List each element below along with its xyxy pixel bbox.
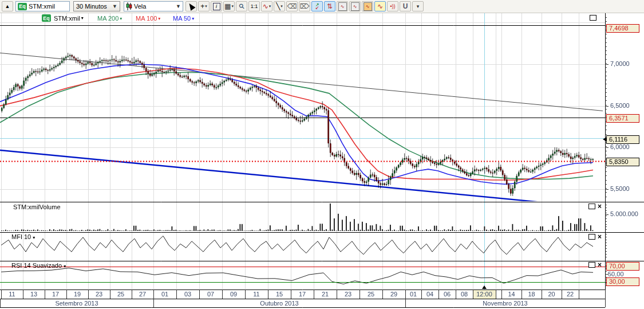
pointer-tool[interactable]: [185, 1, 197, 11]
alerts-tool[interactable]: •)): [387, 1, 398, 11]
legend-symbol[interactable]: Eq STM:xmil ▾: [42, 14, 84, 22]
mfi-label-text: MFI 10: [11, 233, 31, 240]
eraser-icon: ⌫: [287, 2, 297, 10]
time-axis-cell: 09: [222, 290, 245, 299]
price-tick-label: 6,0000: [610, 143, 630, 150]
legend-ma50[interactable]: MA 50 ▾: [173, 15, 194, 22]
volume-axis-label: 5.000.000: [610, 210, 638, 217]
legend-ma200[interactable]: MA 200 ▾: [97, 15, 122, 22]
chevron-down-icon: ▾: [280, 4, 283, 9]
maximize-pane-button[interactable]: [588, 234, 595, 240]
chart-clipboard-icon: ∿: [364, 2, 372, 11]
maximize-pane-button[interactable]: [588, 204, 595, 209]
axis-value-box: 6,1116: [606, 135, 639, 144]
axis-value-box: 7,4698: [606, 24, 639, 33]
crosshair-tool[interactable]: +▾: [198, 1, 210, 11]
grid-icon: ▦: [224, 2, 231, 10]
indicator-window-tool[interactable]: ∿: [374, 1, 386, 11]
info-icon: i: [213, 3, 220, 10]
chart-canvas[interactable]: [0, 0, 644, 309]
pointer-icon: [187, 2, 195, 11]
close-pane-button[interactable]: ×: [598, 234, 602, 240]
month-band-label: Setembro 2013: [0, 299, 153, 307]
chart-type-select[interactable]: Vela ▼: [124, 1, 183, 11]
time-axis-cell: 11: [245, 290, 268, 299]
chart-layout-tool[interactable]: ∿: [362, 1, 373, 11]
equity-badge-icon: Eq: [42, 14, 51, 22]
auto-scale-tool[interactable]: ⇅: [324, 1, 335, 11]
time-axis-cell: 06: [438, 290, 456, 299]
time-axis-cell: 01: [405, 290, 421, 299]
chart-application-window: ▲ Eq STM:xmil 30 Minutos ▼ Vela ▼ +▾i▦▾⚲…: [0, 0, 644, 309]
eraser-tool[interactable]: ⌫: [286, 1, 298, 11]
zoom-tool[interactable]: ⚲: [236, 1, 247, 11]
collapse-toolbar-button[interactable]: ▲: [2, 1, 13, 11]
candle-icon: [126, 2, 132, 10]
time-axis-cell: 29: [382, 290, 405, 299]
time-axis-cell: [496, 290, 501, 299]
symbol-combo[interactable]: Eq STM:xmil: [15, 1, 70, 11]
rsi-label-text: RSI 14 Suavizado: [11, 262, 62, 269]
toolbar-overflow: ▾: [417, 3, 420, 9]
toolbar-overflow[interactable]: ▾: [412, 1, 424, 11]
time-axis-cell: 11: [1, 290, 23, 299]
maximize-pane-button[interactable]: [588, 262, 595, 268]
time-axis-cursor-cell: 12:00: [473, 290, 496, 299]
info-tool[interactable]: i: [211, 1, 222, 11]
chevron-down-icon: ▾: [192, 16, 194, 21]
axis-value-box: 30,00: [606, 277, 639, 286]
chart-type-value: Vela: [134, 3, 146, 10]
delete-all-tool[interactable]: ⌦: [299, 1, 310, 11]
grid-tool[interactable]: ▦▾: [223, 1, 235, 11]
copy-chart-data-tool[interactable]: ∿: [349, 1, 361, 11]
equity-badge-icon: Eq: [18, 3, 27, 10]
volume-pane-controls: ×: [588, 204, 602, 209]
time-axis-cell: 21: [314, 290, 337, 299]
mfi-pane-label[interactable]: MFI 10 ▾: [11, 233, 35, 240]
copy-chart-image-tool[interactable]: ∿: [337, 1, 348, 11]
price-tick-label: 7,0000: [610, 60, 630, 67]
time-axis-cell: [579, 290, 605, 299]
month-band-label: Outubro 2013: [153, 299, 405, 307]
rsi-pane-label[interactable]: RSI 14 Suavizado ▾: [11, 262, 66, 269]
zoom-range-tool[interactable]: ↗↙: [311, 1, 323, 11]
axis-value-box: 5,8350: [606, 158, 639, 166]
indicator-window-icon: ∿: [377, 2, 383, 10]
close-pane-button[interactable]: ×: [598, 204, 602, 209]
magnet-tool[interactable]: U: [400, 1, 411, 11]
auto-scale-icon: ⇅: [327, 2, 333, 10]
scale-1to1-tool[interactable]: 1:1: [248, 1, 260, 11]
volume-pane-label[interactable]: STM:xmilVolume: [13, 204, 61, 210]
chevron-down-icon: ▾: [205, 4, 207, 9]
time-axis-cell: 08: [456, 290, 473, 299]
time-axis-cell: 13: [23, 290, 45, 299]
magnet-icon: U: [403, 2, 408, 10]
chart-clipboard-icon: ∿: [351, 2, 359, 11]
indicator-tool[interactable]: ∿▾: [261, 1, 272, 11]
maximize-pane-button[interactable]: [590, 15, 596, 21]
time-axis-cell: 07: [199, 290, 222, 299]
price-marker-arrow-icon: [603, 137, 607, 142]
chevron-down-icon: ▾: [81, 15, 84, 21]
time-axis-cell: 22: [562, 290, 579, 299]
time-axis-cell: 27: [132, 290, 153, 299]
price-pane-controls: [590, 15, 596, 21]
rsi-pane-controls: ×: [588, 262, 602, 268]
timeframe-select[interactable]: 30 Minutos ▼: [73, 1, 120, 11]
scale-1to1-icon: 1:1: [251, 3, 258, 9]
legend-symbol-label: STM:xmil: [54, 15, 80, 22]
ma200-label: MA 200: [97, 15, 118, 22]
time-axis-cell: 20: [542, 290, 562, 299]
symbol-value: STM:xmil: [29, 3, 55, 10]
timeframe-value: 30 Minutos: [76, 3, 107, 10]
close-pane-button[interactable]: ×: [598, 262, 602, 268]
time-axis-cell: 17: [45, 290, 66, 299]
chevron-down-icon: ▾: [120, 16, 122, 21]
time-axis-cell: 15: [268, 290, 291, 299]
legend-ma100[interactable]: MA 100 ▾: [136, 15, 160, 22]
time-axis-cell: 04: [421, 290, 438, 299]
trendline-tool[interactable]: ╲▾: [274, 1, 285, 11]
main-toolbar: ▲ Eq STM:xmil 30 Minutos ▼ Vela ▼ +▾i▦▾⚲…: [0, 0, 644, 13]
range-arrows-icon: ↗↙: [315, 3, 319, 9]
chevron-down-icon: ▾: [231, 4, 234, 9]
